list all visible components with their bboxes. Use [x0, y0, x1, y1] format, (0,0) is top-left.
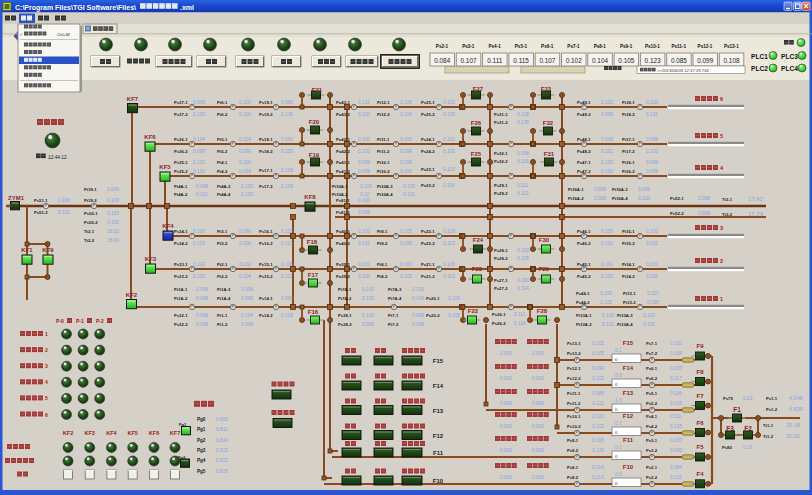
- svg-text:F6: F6: [696, 420, 704, 426]
- svg-text:0.100: 0.100: [443, 112, 455, 117]
- svg-text:0.106: 0.106: [400, 100, 412, 105]
- svg-text:Ps2-2: Ps2-2: [646, 475, 658, 480]
- svg-text:KF6: KF6: [144, 134, 156, 140]
- svg-text:Pg4: Pg4: [197, 458, 206, 463]
- svg-text:0.113: 0.113: [443, 241, 455, 246]
- svg-text:Po40-2: Po40-2: [336, 241, 350, 246]
- svg-text:Ps10-1: Ps10-1: [645, 44, 660, 49]
- svg-text:0.099: 0.099: [601, 137, 613, 142]
- svg-text:0.0: 0.0: [615, 373, 622, 378]
- svg-text:0.106: 0.106: [400, 169, 412, 174]
- svg-text:Pt4-2: Pt4-2: [217, 169, 228, 174]
- svg-text:F5: F5: [696, 444, 704, 450]
- svg-text:KF7: KF7: [127, 96, 139, 102]
- svg-text:0.100: 0.100: [643, 322, 655, 327]
- svg-text:Ps34-2: Ps34-2: [174, 241, 188, 246]
- svg-text:F20: F20: [309, 119, 320, 125]
- svg-text:0.102: 0.102: [592, 376, 604, 381]
- svg-text:Ps44-1: Ps44-1: [576, 291, 590, 296]
- svg-text:F18: F18: [307, 239, 318, 245]
- svg-text:Ps11-1: Ps11-1: [671, 44, 686, 49]
- svg-text:F28: F28: [537, 308, 548, 314]
- svg-text:0.102: 0.102: [592, 341, 604, 346]
- svg-text:Pt16A-2: Pt16A-2: [568, 196, 584, 201]
- svg-text:Ps24-1: Ps24-1: [421, 137, 435, 142]
- svg-text:0.107: 0.107: [539, 57, 555, 64]
- svg-text:1: 1: [720, 296, 723, 302]
- svg-text:0.100: 0.100: [517, 248, 529, 253]
- svg-text:0.000: 0.000: [500, 475, 512, 480]
- svg-text:0.107: 0.107: [670, 438, 682, 443]
- svg-text:Ps4-1: Ps4-1: [488, 44, 501, 49]
- svg-text:Pt13A-4: Pt13A-4: [617, 322, 633, 327]
- svg-text:0.823: 0.823: [216, 448, 228, 453]
- svg-text:0.116: 0.116: [514, 321, 526, 326]
- svg-text:Pt16-1: Pt16-1: [622, 160, 635, 165]
- svg-text:Ps10-1: Ps10-1: [567, 414, 581, 419]
- svg-text:ZYM1: ZYM1: [8, 195, 25, 201]
- svg-text:1.0: 1.0: [615, 398, 622, 403]
- svg-text:2: 2: [45, 347, 48, 353]
- svg-text:F7: F7: [696, 393, 704, 399]
- svg-text:KF4: KF4: [162, 223, 174, 229]
- svg-text:Pt8-2: Pt8-2: [377, 274, 388, 279]
- svg-text:0.098: 0.098: [196, 313, 208, 318]
- svg-text:0.100: 0.100: [358, 198, 370, 203]
- svg-text:Ps20-1: Ps20-1: [426, 296, 440, 301]
- svg-text:F3: F3: [726, 425, 734, 432]
- svg-text:18.04: 18.04: [107, 238, 119, 243]
- svg-text:Pt10-1: Pt10-1: [377, 160, 390, 165]
- svg-text:0.100: 0.100: [193, 229, 205, 234]
- svg-text:PLC3: PLC3: [781, 53, 798, 60]
- svg-text:F10: F10: [433, 478, 444, 484]
- svg-text:0.100: 0.100: [601, 160, 613, 165]
- svg-text:0.136: 0.136: [281, 112, 293, 117]
- svg-text:5: 5: [720, 133, 723, 139]
- svg-text:Po42-2: Po42-2: [336, 149, 350, 154]
- svg-text:0.101: 0.101: [443, 137, 455, 142]
- svg-text:Ps13-2: Ps13-2: [567, 351, 581, 356]
- svg-text:0.104: 0.104: [670, 351, 682, 356]
- svg-text:Pt7A-3: Pt7A-3: [388, 287, 402, 292]
- svg-text:Ps26-1: Ps26-1: [492, 312, 506, 317]
- svg-text:1: 1: [45, 331, 48, 337]
- svg-text:0.108: 0.108: [281, 262, 293, 267]
- svg-text:KF4: KF4: [106, 430, 117, 436]
- svg-text:KF5: KF5: [128, 430, 138, 436]
- svg-text:0.121: 0.121: [592, 401, 604, 406]
- svg-text:F24: F24: [473, 237, 484, 243]
- svg-text:0.099: 0.099: [193, 100, 205, 105]
- svg-text:0.101: 0.101: [358, 241, 370, 246]
- svg-text:Ps46-2: Ps46-2: [577, 241, 591, 246]
- svg-text:12:44:12: 12:44:12: [48, 155, 67, 160]
- svg-text:Pt10A-2: Pt10A-2: [332, 192, 348, 197]
- svg-text:0.111: 0.111: [670, 414, 682, 419]
- svg-text:0.110: 0.110: [281, 241, 293, 246]
- svg-text:Pt15-2: Pt15-2: [622, 241, 635, 246]
- svg-text:0.101: 0.101: [358, 100, 370, 105]
- svg-text:0.099: 0.099: [400, 160, 412, 165]
- svg-text:0.105: 0.105: [618, 57, 634, 64]
- svg-text:0.111: 0.111: [487, 57, 502, 64]
- svg-text:KF9: KF9: [42, 247, 54, 253]
- svg-text:KF1: KF1: [21, 247, 33, 253]
- svg-text:KF3: KF3: [85, 430, 95, 436]
- svg-text:Ps25-2: Ps25-2: [421, 112, 435, 117]
- svg-text:Pt4A-1: Pt4A-1: [174, 184, 188, 189]
- svg-text:KF3: KF3: [145, 256, 157, 262]
- svg-text:Ps12-1: Ps12-1: [698, 44, 713, 49]
- svg-text:0.103: 0.103: [443, 229, 455, 234]
- svg-text:0.103: 0.103: [602, 313, 614, 318]
- svg-text:Pt17-2: Pt17-2: [622, 149, 635, 154]
- svg-text:Pt10-2: Pt10-2: [377, 169, 390, 174]
- svg-text:Pg1: Pg1: [197, 427, 206, 432]
- svg-text:0.100: 0.100: [646, 100, 658, 105]
- svg-text:Ps2-1: Ps2-1: [646, 465, 658, 470]
- svg-text:0.105: 0.105: [400, 274, 412, 279]
- svg-text:0.100: 0.100: [241, 192, 253, 197]
- svg-text:4: 4: [45, 379, 48, 385]
- svg-text:Ps28-2: Ps28-2: [494, 256, 508, 261]
- svg-text:Ps49-1: Ps49-1: [577, 100, 591, 105]
- svg-text:Ps45-2: Ps45-2: [577, 274, 591, 279]
- svg-text:Pt10A-1: Pt10A-1: [332, 184, 348, 189]
